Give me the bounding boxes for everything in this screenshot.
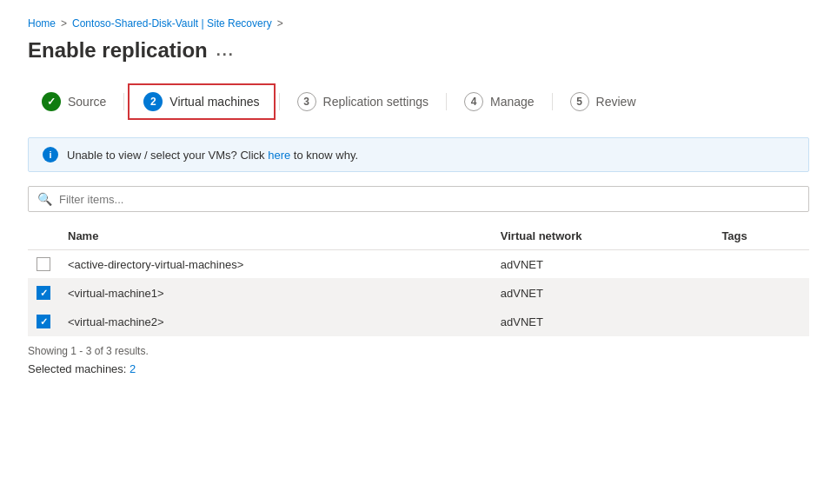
step-circle-manage: 4: [464, 92, 483, 111]
table-header-row: NameVirtual networkTags: [28, 222, 809, 250]
step-circle-replication-settings: 3: [297, 92, 316, 111]
row-network: adVNET: [492, 308, 714, 336]
col-header-virtual-network: Virtual network: [492, 222, 714, 250]
page-title: Enable replication ...: [28, 38, 809, 63]
row-checkbox[interactable]: [37, 286, 50, 300]
row-tags: [713, 250, 809, 279]
filter-input[interactable]: [59, 193, 800, 206]
step-label-virtual-machines: Virtual machines: [169, 95, 259, 109]
breadcrumb-sep2: >: [277, 17, 283, 30]
breadcrumb-sep1: >: [61, 17, 67, 30]
info-icon: i: [43, 147, 58, 162]
step-circle-virtual-machines: 2: [143, 92, 163, 111]
step-circle-review: 5: [570, 92, 589, 111]
step-source[interactable]: ✓Source: [28, 85, 120, 118]
row-tags: [713, 279, 809, 308]
step-label-review: Review: [596, 95, 636, 109]
step-review[interactable]: 5Review: [556, 85, 650, 118]
row-checkbox[interactable]: [37, 315, 50, 328]
breadcrumb-home[interactable]: Home: [28, 17, 56, 30]
row-tags: [713, 308, 809, 336]
info-banner: i Unable to view / select your VMs? Clic…: [28, 137, 809, 172]
row-network: adVNET: [492, 279, 714, 308]
breadcrumb-vault[interactable]: Contoso-Shared-Disk-Vault | Site Recover…: [72, 17, 272, 30]
step-label-replication-settings: Replication settings: [323, 95, 428, 109]
col-header-tags: Tags: [713, 222, 809, 250]
selected-count: 2: [130, 362, 136, 375]
selected-label: Selected machines:: [28, 362, 130, 375]
page-title-ellipsis[interactable]: ...: [216, 42, 235, 60]
row-name: <virtual-machine2>: [59, 308, 492, 336]
filter-bar[interactable]: 🔍: [28, 186, 809, 212]
steps-nav: ✓Source2Virtual machines3Replication set…: [28, 83, 809, 120]
showing-text: Showing 1 - 3 of 3 results.: [28, 345, 809, 357]
row-name: <virtual-machine1>: [59, 279, 492, 308]
selected-machines: Selected machines: 2: [28, 362, 809, 375]
col-header-checkbox: [28, 222, 59, 250]
col-header-name: Name: [59, 222, 492, 250]
row-checkbox-cell: [28, 279, 59, 308]
info-text: Unable to view / select your VMs? Click …: [67, 149, 358, 162]
step-manage[interactable]: 4Manage: [450, 85, 548, 118]
row-network: adVNET: [492, 250, 714, 279]
vm-table: NameVirtual networkTags <active-director…: [28, 222, 809, 336]
row-checkbox-cell: [28, 308, 59, 336]
search-icon: 🔍: [37, 192, 52, 206]
table-row: <virtual-machine1>adVNET: [28, 279, 809, 308]
page-title-text: Enable replication: [28, 38, 208, 63]
table-row: <active-directory-virtual-machines>adVNE…: [28, 250, 809, 279]
step-virtual-machines[interactable]: 2Virtual machines: [128, 83, 275, 120]
breadcrumb: Home > Contoso-Shared-Disk-Vault | Site …: [28, 17, 809, 30]
step-label-manage: Manage: [490, 95, 535, 109]
step-replication-settings[interactable]: 3Replication settings: [283, 85, 442, 118]
row-checkbox[interactable]: [37, 257, 50, 271]
step-circle-source: ✓: [42, 92, 61, 111]
row-checkbox-cell: [28, 250, 59, 279]
info-link[interactable]: here: [268, 149, 290, 162]
row-name: <active-directory-virtual-machines>: [59, 250, 492, 279]
table-row: <virtual-machine2>adVNET: [28, 308, 809, 336]
step-label-source: Source: [68, 95, 106, 109]
